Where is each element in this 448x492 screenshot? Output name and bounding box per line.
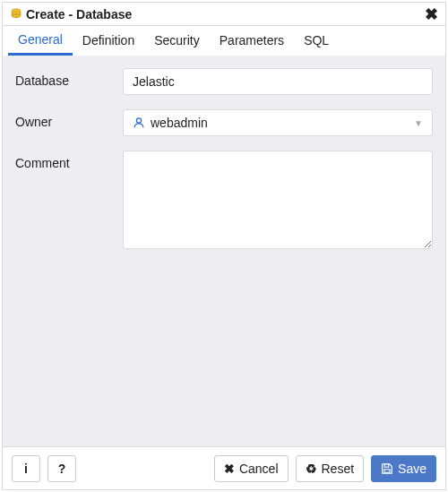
reset-button[interactable]: ♻ Reset (296, 455, 365, 482)
close-x-icon: ✖ (224, 462, 235, 475)
footer: i ? ✖ Cancel ♻ Reset Save (3, 446, 445, 489)
svg-point-3 (136, 118, 141, 123)
row-owner: Owner webadmin ▼ (15, 109, 433, 136)
database-icon (10, 8, 22, 21)
tab-parameters[interactable]: Parameters (210, 26, 294, 56)
tab-definition[interactable]: Definition (73, 26, 144, 56)
comment-label: Comment (15, 151, 123, 170)
cancel-label: Cancel (239, 462, 279, 475)
cancel-button[interactable]: ✖ Cancel (214, 455, 289, 482)
save-floppy-icon (381, 462, 393, 475)
create-database-dialog: Create - Database ✖ General Definition S… (2, 2, 446, 490)
window-title: Create - Database (26, 7, 425, 22)
owner-select[interactable]: webadmin ▼ (123, 109, 433, 136)
tab-security[interactable]: Security (144, 26, 210, 56)
owner-label: Owner (15, 109, 123, 129)
chevron-down-icon: ▼ (414, 118, 423, 128)
row-comment: Comment (15, 151, 433, 253)
reset-label: Reset (322, 462, 355, 475)
help-icon: ? (58, 462, 66, 475)
database-input[interactable] (123, 68, 433, 95)
titlebar: Create - Database ✖ (3, 3, 445, 26)
comment-textarea[interactable] (123, 151, 433, 249)
save-label: Save (398, 462, 426, 475)
close-icon[interactable]: ✖ (425, 6, 438, 22)
info-button[interactable]: i (12, 455, 40, 482)
tabs: General Definition Security Parameters S… (3, 26, 445, 56)
svg-rect-5 (384, 469, 390, 472)
form-body: Database Owner webadmin (3, 56, 445, 446)
owner-value: webadmin (151, 116, 409, 130)
user-icon (133, 117, 145, 129)
tab-sql[interactable]: SQL (294, 26, 339, 56)
info-icon: i (24, 462, 28, 475)
database-label: Database (15, 68, 123, 88)
recycle-icon: ♻ (306, 462, 317, 475)
tab-general[interactable]: General (8, 26, 73, 56)
save-button[interactable]: Save (371, 455, 436, 482)
help-button[interactable]: ? (47, 455, 76, 482)
row-database: Database (15, 68, 433, 95)
